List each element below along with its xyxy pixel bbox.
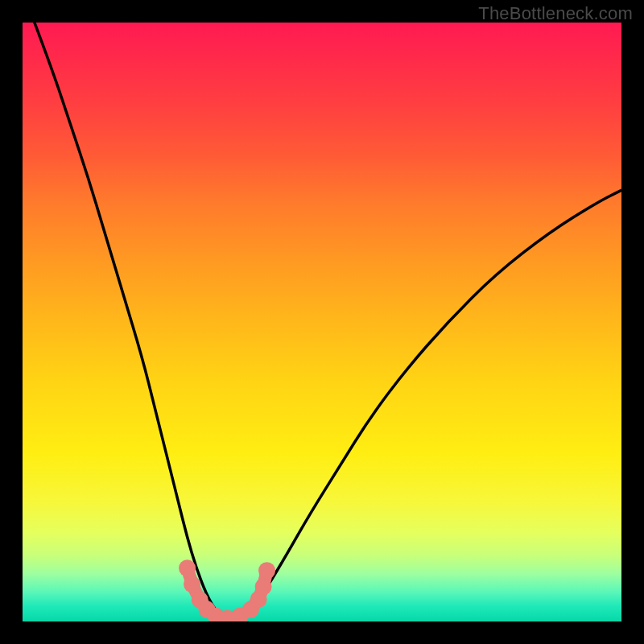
marker-dot	[255, 578, 272, 595]
plot-area	[23, 23, 621, 621]
marker-dot	[258, 562, 275, 579]
watermark-text: TheBottleneck.com	[478, 3, 633, 24]
curve-layer	[35, 23, 621, 620]
left-curve	[35, 23, 226, 620]
right-curve	[238, 190, 621, 619]
marker-dot	[184, 576, 200, 592]
marker-dot	[179, 559, 196, 576]
chart-frame: TheBottleneck.com	[0, 0, 644, 644]
chart-svg	[23, 23, 621, 621]
marker-layer	[179, 559, 275, 621]
